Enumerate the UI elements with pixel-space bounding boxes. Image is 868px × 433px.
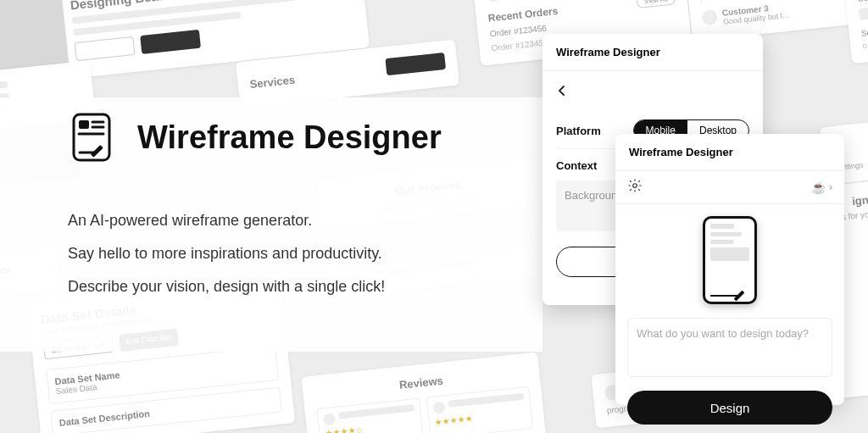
gear-icon[interactable] <box>627 178 643 197</box>
prompt-textarea[interactable]: What do you want to design today? <box>627 318 832 377</box>
back-icon[interactable] <box>556 83 568 101</box>
svg-rect-1 <box>79 120 89 129</box>
prompt-panel: Wireframe Designer ☕ › What do you want … <box>615 134 844 405</box>
hero-title-block: Wireframe Designer <box>68 110 442 164</box>
hero-logo-icon <box>68 110 115 164</box>
coffee-icon: ☕ <box>811 180 826 194</box>
prompt-panel-title: Wireframe Designer <box>615 134 844 171</box>
design-button[interactable]: Design <box>627 391 832 425</box>
bg-recent-orders: Recent Orders <box>487 4 559 24</box>
svg-point-7 <box>633 184 637 188</box>
bg-excellent: Excellent service <box>509 0 567 1</box>
bg-services: Services <box>249 73 296 91</box>
hero-line2: Say hello to more inspirations and produ… <box>68 245 385 263</box>
chevron-right-icon: › <box>829 181 832 193</box>
bg-confirm-pass: Confirm your pass <box>857 0 868 3</box>
phone-preview <box>615 204 844 309</box>
coffee-link[interactable]: ☕ › <box>811 180 832 194</box>
hero-description: An AI-powered wireframe generator. Say h… <box>68 212 385 296</box>
platform-label: Platform <box>556 125 601 137</box>
bg-product2: Product 2 <box>699 0 737 2</box>
svg-rect-6 <box>91 145 103 158</box>
bg-view-all: View All <box>636 0 676 8</box>
config-panel-title: Wireframe Designer <box>542 34 763 71</box>
bg-dsdesc-label: Data Set Description <box>58 395 274 427</box>
hero-line1: An AI-powered wireframe generator. <box>68 212 385 230</box>
hero-line3: Describe your vision, design with a sing… <box>68 278 385 296</box>
hero-title: Wireframe Designer <box>137 119 442 156</box>
